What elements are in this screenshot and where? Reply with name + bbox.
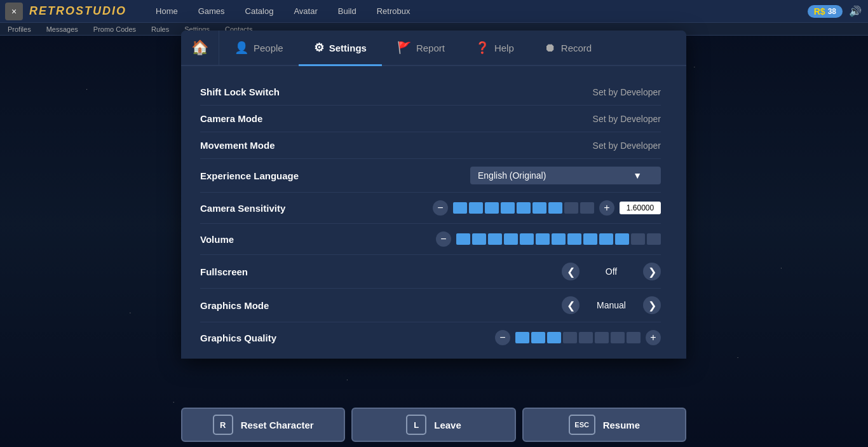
settings-row-graphics-mode: Graphics Mode ❮ Manual ❯ (200, 289, 661, 322)
graphics-quality-label: Graphics Quality (200, 333, 276, 343)
quality-segment-5 (595, 332, 609, 343)
tab-people[interactable]: 👤 People (219, 31, 299, 65)
graphics-mode-next-button[interactable]: ❯ (643, 296, 661, 314)
tab-record[interactable]: ⏺ Record (529, 31, 607, 65)
settings-modal: 🏠 👤 People ⚙ Settings 🚩 Report ❓ Help ⏺ … (181, 31, 686, 359)
bottom-buttons: R Reset Character L Leave ESC Resume (181, 402, 686, 447)
quality-segment-3 (563, 332, 577, 343)
settings-row-volume: Volume − (200, 224, 661, 255)
language-dropdown[interactable]: English (Original) ▼ (470, 167, 661, 184)
graphics-quality-control: − + (495, 330, 661, 345)
second-nav-rules[interactable]: Rules (144, 24, 177, 34)
volume-decrease-button[interactable]: − (436, 231, 451, 247)
speaker-icon[interactable]: 🔊 (849, 5, 862, 17)
tab-settings-label: Settings (329, 43, 367, 53)
settings-row-camera-sensitivity: Camera Sensitivity − + 1.60000 (200, 193, 661, 224)
movement-mode-label: Movement Mode (200, 140, 275, 151)
volume-segment-11 (631, 233, 645, 245)
volume-segment-4 (520, 233, 534, 245)
nav-retrobux[interactable]: Retrobux (373, 4, 414, 18)
quality-increase-button[interactable]: + (646, 330, 661, 345)
fullscreen-prev-button[interactable]: ❮ (562, 263, 580, 280)
quality-segment-6 (611, 332, 625, 343)
settings-row-language: Experience Language English (Original) ▼ (200, 159, 661, 193)
sensitivity-segment-4 (517, 202, 531, 214)
tab-help[interactable]: ❓ Help (460, 31, 529, 65)
volume-segment-3 (504, 233, 518, 245)
top-nav: Home Games Catalog Avatar Build Retrobux (152, 4, 808, 18)
second-nav-messages[interactable]: Messages (39, 24, 86, 34)
tab-help-label: Help (494, 43, 514, 53)
settings-icon: ⚙ (314, 41, 324, 55)
shift-lock-label: Shift Lock Switch (200, 86, 280, 97)
settings-row-movement-mode: Movement Mode Set by Developer (200, 132, 661, 159)
camera-mode-value: Set by Developer (593, 114, 661, 124)
tab-settings[interactable]: ⚙ Settings (299, 31, 382, 65)
close-button[interactable]: × (5, 3, 23, 20)
leave-key: L (406, 415, 426, 435)
settings-row-camera-mode: Camera Mode Set by Developer (200, 106, 661, 132)
app-logo: RETROSTUDIO (29, 4, 126, 18)
chevron-down-icon: ▼ (633, 170, 642, 181)
tab-record-label: Record (561, 43, 592, 53)
quality-segment-1 (531, 332, 545, 343)
nav-games[interactable]: Games (194, 4, 229, 18)
volume-segment-7 (567, 233, 581, 245)
settings-row-shift-lock: Shift Lock Switch Set by Developer (200, 79, 661, 106)
resume-label: Resume (603, 420, 640, 430)
fullscreen-control: ❮ Off ❯ (562, 263, 661, 280)
sensitivity-segment-1 (469, 202, 483, 214)
tab-report[interactable]: 🚩 Report (382, 31, 460, 65)
volume-segment-0 (456, 233, 470, 245)
camera-sensitivity-label: Camera Sensitivity (200, 203, 285, 214)
leave-button[interactable]: L Leave (351, 408, 515, 442)
volume-label: Volume (200, 234, 234, 245)
volume-segment-8 (583, 233, 597, 245)
camera-sensitivity-control: − + 1.60000 (433, 200, 661, 216)
top-bar: × RETROSTUDIO Home Games Catalog Avatar … (0, 0, 868, 23)
volume-segment-12 (647, 233, 661, 245)
sensitivity-segment-2 (485, 202, 499, 214)
nav-home[interactable]: Home (152, 4, 182, 18)
sensitivity-segment-6 (548, 202, 562, 214)
leave-label: Leave (434, 420, 461, 430)
sensitivity-segment-0 (453, 202, 467, 214)
tab-people-label: People (254, 43, 283, 53)
help-icon: ❓ (475, 41, 489, 55)
volume-segment-9 (599, 233, 613, 245)
second-nav-promo[interactable]: Promo Codes (86, 24, 144, 34)
fullscreen-value: Off (586, 266, 637, 277)
reset-character-button[interactable]: R Reset Character (181, 408, 345, 442)
volume-segment-10 (615, 233, 629, 245)
sensitivity-increase-button[interactable]: + (599, 200, 614, 216)
sensitivity-segment-8 (580, 202, 594, 214)
graphics-mode-prev-button[interactable]: ❮ (562, 296, 580, 314)
settings-scroll-area[interactable]: Shift Lock Switch Set by Developer Camer… (200, 79, 667, 346)
people-icon: 👤 (234, 41, 248, 55)
nav-catalog[interactable]: Catalog (241, 4, 278, 18)
fullscreen-next-button[interactable]: ❯ (643, 263, 661, 280)
sensitivity-segment-7 (564, 202, 578, 214)
quality-decrease-button[interactable]: − (495, 330, 510, 345)
sensitivity-decrease-button[interactable]: − (433, 200, 448, 216)
quality-track (515, 332, 641, 343)
close-icon: × (11, 6, 17, 17)
language-label: Experience Language (200, 170, 299, 181)
record-icon: ⏺ (545, 41, 556, 55)
home-icon: 🏠 (191, 39, 208, 56)
camera-mode-label: Camera Mode (200, 113, 262, 124)
resume-button[interactable]: ESC Resume (522, 408, 686, 442)
graphics-mode-label: Graphics Mode (200, 300, 269, 311)
volume-control: − (436, 231, 661, 247)
quality-segment-2 (547, 332, 561, 343)
tab-home[interactable]: 🏠 (181, 31, 219, 65)
sensitivity-segment-5 (532, 202, 546, 214)
tab-report-label: Report (416, 43, 445, 53)
second-nav-profiles[interactable]: Profiles (0, 24, 39, 34)
nav-build[interactable]: Build (334, 4, 360, 18)
robux-badge[interactable]: R$ 38 (808, 5, 843, 18)
shift-lock-value: Set by Developer (593, 87, 661, 97)
robux-icon: R$ (814, 6, 825, 17)
nav-avatar[interactable]: Avatar (290, 4, 321, 18)
volume-segment-5 (536, 233, 550, 245)
